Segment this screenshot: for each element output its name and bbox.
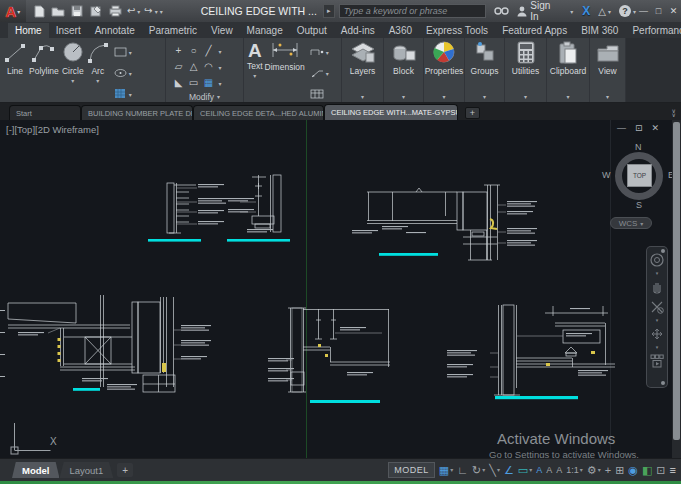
- view-button[interactable]: View: [595, 41, 621, 76]
- ribbon-tab-addins[interactable]: Add-ins: [334, 23, 382, 38]
- annotation-monitor-icon[interactable]: +: [605, 465, 611, 476]
- move-icon[interactable]: +: [172, 46, 185, 56]
- scale-value-button[interactable]: 1:1▾: [566, 465, 583, 476]
- close-button[interactable]: ✕: [666, 0, 681, 22]
- mirror-icon[interactable]: △: [187, 62, 200, 72]
- viewcube-west[interactable]: W: [602, 170, 611, 180]
- new-file-icon[interactable]: [32, 4, 47, 19]
- save-icon[interactable]: [70, 4, 85, 19]
- viewcube-north[interactable]: N: [635, 142, 642, 152]
- chevron-down-icon[interactable]: ▾: [326, 49, 329, 56]
- file-tab-ceiling-gypsum-active[interactable]: CEILING EDGE WITH...MATE-GYPSUM TILES ✕: [324, 104, 458, 120]
- open-folder-icon[interactable]: [51, 4, 66, 19]
- viewcube[interactable]: N S W E TOP: [607, 142, 671, 208]
- clean-screen-icon[interactable]: ⊡: [656, 465, 665, 476]
- properties-button[interactable]: Properties: [424, 41, 465, 76]
- model-layout-tab[interactable]: Model: [12, 462, 59, 478]
- new-drawing-tab-button[interactable]: +: [465, 107, 480, 119]
- object-snap-icon[interactable]: ▭▾: [518, 465, 532, 476]
- array-icon[interactable]: ▦: [202, 78, 215, 88]
- maximize-button[interactable]: □: [651, 0, 666, 22]
- chevron-down-icon[interactable]: ▾: [218, 64, 221, 71]
- zoom-extents-icon[interactable]: [649, 298, 665, 316]
- chevron-down-icon[interactable]: ▾: [656, 271, 659, 276]
- a360-dropdown-icon[interactable]: ▾: [608, 8, 611, 15]
- utilities-panel-expand[interactable]: ▾: [505, 90, 546, 102]
- rectangle-tool-icon[interactable]: [114, 43, 127, 61]
- vertical-scrollbar[interactable]: [672, 120, 681, 458]
- dynamic-input-icon[interactable]: ↻▾: [472, 465, 485, 476]
- modify-panel-title[interactable]: Modify ▾: [166, 91, 243, 102]
- viewport-close-icon[interactable]: ✕: [651, 123, 659, 133]
- undo-icon[interactable]: ↩: [127, 6, 135, 16]
- model-space-canvas[interactable]: [-][Top][2D Wireframe] — ⊡ ✕ N S W E TOP…: [0, 120, 681, 458]
- sign-in-button[interactable]: Sign In ▾: [517, 0, 573, 22]
- navigation-wheel-icon[interactable]: [649, 251, 665, 269]
- scale-icon[interactable]: ▭: [187, 78, 200, 88]
- quick-properties-icon[interactable]: ⊞: [615, 465, 624, 476]
- copy-icon[interactable]: ▱: [172, 62, 185, 72]
- ortho-toggle-icon[interactable]: ╲▾: [489, 465, 500, 476]
- ribbon-tab-manage[interactable]: Manage: [240, 23, 290, 38]
- ribbon-tab-express-tools[interactable]: Express Tools: [419, 23, 495, 38]
- search-binoculars-icon[interactable]: [494, 2, 509, 20]
- ribbon-tab-featured-apps[interactable]: Featured Apps: [495, 23, 574, 38]
- dimension-button[interactable]: Dimension: [264, 41, 306, 72]
- chevron-down-icon[interactable]: ▾: [129, 91, 132, 98]
- graphics-performance-icon[interactable]: ◉: [628, 465, 638, 476]
- a360-icon[interactable]: △: [598, 6, 606, 17]
- viewport-restore-icon[interactable]: ⊡: [635, 123, 643, 133]
- viewcube-south[interactable]: S: [636, 200, 642, 210]
- viewport-minimize-icon[interactable]: —: [617, 123, 626, 133]
- file-tab-start[interactable]: Start: [9, 105, 81, 120]
- circle-button[interactable]: Circle ▾: [60, 41, 86, 84]
- snap-toggle-icon[interactable]: ∟: [457, 465, 468, 476]
- trim-icon[interactable]: ╱: [202, 46, 215, 56]
- redo-dropdown-icon[interactable]: ▾: [155, 8, 158, 15]
- isolate-objects-icon[interactable]: ◧: [642, 465, 652, 476]
- hatch-tool-icon[interactable]: [114, 85, 127, 103]
- app-menu-button[interactable]: A ▾: [0, 0, 26, 22]
- utilities-button[interactable]: Utilities: [511, 41, 540, 76]
- properties-panel-expand[interactable]: ▾: [424, 90, 464, 102]
- chevron-down-icon[interactable]: ▾: [129, 49, 132, 56]
- scrollbar-thumb[interactable]: [673, 122, 680, 440]
- chevron-down-icon[interactable]: ▾: [656, 345, 659, 350]
- chevron-down-icon[interactable]: ▾: [656, 318, 659, 323]
- workspace-gear-icon[interactable]: ⚙▾: [587, 465, 601, 476]
- ellipse-tool-icon[interactable]: [114, 64, 127, 82]
- line-button[interactable]: Line: [2, 41, 28, 76]
- rotate-icon[interactable]: ○: [187, 46, 200, 56]
- file-tab-ceiling-aluminum[interactable]: CEILING EDGE DETA...HED ALUMINUM TILE ✕: [193, 105, 324, 120]
- table-tool-icon[interactable]: [310, 85, 324, 103]
- chevron-down-icon[interactable]: ▾: [218, 80, 221, 87]
- ribbon-tab-performance[interactable]: Performance: [625, 23, 681, 38]
- help-icon[interactable]: ?: [619, 5, 631, 17]
- groups-panel-expand[interactable]: ▾: [465, 90, 504, 102]
- annotation-scale-icon[interactable]: A: [556, 465, 562, 476]
- ribbon-tab-home[interactable]: Home: [8, 23, 49, 38]
- ribbon-tab-insert[interactable]: Insert: [49, 23, 88, 38]
- layers-button[interactable]: Layers: [349, 41, 377, 76]
- customization-menu-icon[interactable]: ≡: [670, 465, 676, 476]
- groups-button[interactable]: Groups: [470, 41, 500, 76]
- minimize-button[interactable]: —: [636, 0, 651, 22]
- view-panel-expand[interactable]: ▾: [590, 90, 625, 102]
- viewport-controls-label[interactable]: [-][Top][2D Wireframe]: [6, 124, 99, 135]
- fillet-icon[interactable]: ◠: [202, 62, 215, 72]
- pan-hand-icon[interactable]: [649, 278, 665, 296]
- clipboard-panel-expand[interactable]: ▾: [547, 90, 589, 102]
- save-as-icon[interactable]: [89, 4, 104, 19]
- layers-panel-expand[interactable]: ▾: [342, 90, 383, 102]
- clipboard-button[interactable]: Clipboard: [549, 41, 587, 76]
- polar-tracking-icon[interactable]: ∠: [504, 465, 514, 476]
- plot-printer-icon[interactable]: [108, 4, 123, 19]
- showmotion-icon[interactable]: [649, 352, 665, 370]
- text-button[interactable]: A Text ▾: [246, 41, 264, 79]
- chevron-down-icon[interactable]: ▾: [326, 70, 329, 77]
- exchange-apps-icon[interactable]: X: [582, 4, 590, 18]
- ribbon-tab-parametric[interactable]: Parametric: [142, 23, 204, 38]
- chevron-down-icon[interactable]: ▾: [218, 48, 221, 55]
- annotation-autoscale-icon[interactable]: A: [546, 465, 552, 476]
- search-expand-button[interactable]: ▸: [323, 4, 335, 18]
